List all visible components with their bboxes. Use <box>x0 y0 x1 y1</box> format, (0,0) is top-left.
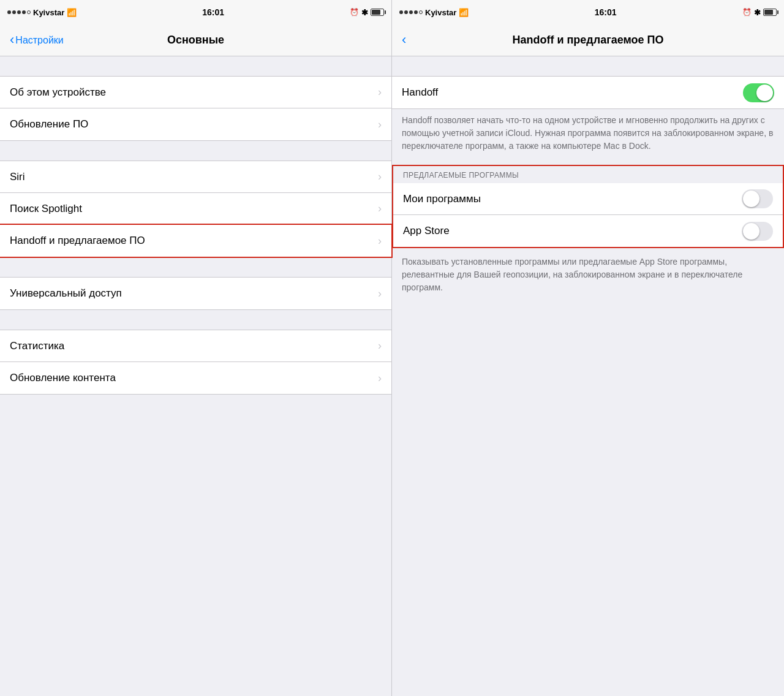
suggested-section: ПРЕДЛАГАЕМЫЕ ПРОГРАММЫ Мои программы App… <box>392 165 784 248</box>
handoff-description: Handoff позволяет начать что-то на одном… <box>392 109 784 162</box>
settings-item-spotlight[interactable]: Поиск Spotlight › <box>0 193 391 225</box>
right-wifi-icon: 📶 <box>459 8 469 17</box>
settings-item-handoff-chevron: › <box>378 235 382 248</box>
suggested-row-my-apps[interactable]: Мои программы <box>393 183 783 215</box>
right-signal-dot-1 <box>399 10 403 14</box>
suggested-section-inner: Мои программы App Store <box>393 183 783 247</box>
settings-item-statistics[interactable]: Статистика › <box>0 330 391 362</box>
settings-item-about-chevron: › <box>378 86 382 99</box>
right-carrier-name: Kyivstar <box>425 8 456 17</box>
left-nav-container: ‹ Настройки Основные <box>10 34 382 47</box>
suggested-row-app-store[interactable]: App Store <box>393 215 783 247</box>
right-signal-dot-5 <box>419 10 423 14</box>
right-signal-dot-4 <box>414 10 418 14</box>
signal-dot-4 <box>22 10 26 14</box>
right-bluetooth-icon: ✱ <box>754 8 761 17</box>
right-battery-icon <box>763 9 777 16</box>
right-nav-bar: ‹ Handoff и предлагаемое ПО <box>392 25 784 56</box>
left-settings-section-4: Статистика › Обновление контента › <box>0 330 391 395</box>
left-back-label: Настройки <box>15 35 63 46</box>
my-apps-toggle-thumb <box>743 191 760 207</box>
right-content: Handoff Handoff позволяет начать что-то … <box>392 56 784 696</box>
settings-item-software-update[interactable]: Обновление ПО › <box>0 108 391 140</box>
left-status-carrier: Kyivstar 📶 <box>7 8 77 17</box>
left-settings-section: Об этом устройстве › Обновление ПО › <box>0 76 391 141</box>
right-nav-title: Handoff и предлагаемое ПО <box>512 34 663 47</box>
settings-item-siri[interactable]: Siri › <box>0 161 391 193</box>
left-nav-bar: ‹ Настройки Основные <box>0 25 391 56</box>
right-nav-container: ‹ Handoff и предлагаемое ПО <box>402 34 774 47</box>
right-back-button[interactable]: ‹ <box>402 34 406 47</box>
settings-item-software-update-chevron: › <box>378 118 382 131</box>
handoff-toggle[interactable] <box>743 83 774 102</box>
signal-dots <box>7 10 31 14</box>
handoff-section: Handoff <box>392 76 784 109</box>
bluetooth-icon: ✱ <box>361 8 368 17</box>
settings-item-siri-chevron: › <box>378 170 382 183</box>
wifi-icon: 📶 <box>67 8 77 17</box>
my-apps-toggle[interactable] <box>742 189 773 208</box>
suggested-app-store-label: App Store <box>403 225 742 237</box>
settings-item-about[interactable]: Об этом устройстве › <box>0 77 391 108</box>
settings-item-content-update[interactable]: Обновление контента › <box>0 362 391 394</box>
right-right-status: ⏰ ✱ <box>742 8 777 17</box>
settings-item-statistics-label: Статистика <box>10 340 378 352</box>
left-spacer-3 <box>0 310 391 320</box>
right-panel: Kyivstar 📶 16:01 ⏰ ✱ ‹ Handoff и предлаг… <box>392 0 784 696</box>
right-alarm-icon: ⏰ <box>742 8 752 17</box>
settings-item-software-update-label: Обновление ПО <box>10 118 378 130</box>
settings-item-spotlight-label: Поиск Spotlight <box>10 203 378 215</box>
right-spacer-top <box>392 56 784 66</box>
handoff-toggle-thumb <box>756 85 773 101</box>
signal-dot-2 <box>12 10 16 14</box>
settings-item-spotlight-chevron: › <box>378 202 382 215</box>
left-status-bar: Kyivstar 📶 16:01 ⏰ ✱ <box>0 0 391 25</box>
handoff-row: Handoff <box>392 77 784 108</box>
left-settings-section-3: Универсальный доступ › <box>0 277 391 310</box>
left-right-status: ⏰ ✱ <box>350 8 384 17</box>
suggested-section-header: ПРЕДЛАГАЕМЫЕ ПРОГРАММЫ <box>393 166 783 183</box>
settings-item-siri-label: Siri <box>10 171 378 183</box>
left-time: 16:01 <box>202 7 224 17</box>
left-panel: Kyivstar 📶 16:01 ⏰ ✱ ‹ Настройки Основны… <box>0 0 392 696</box>
carrier-name: Kyivstar <box>33 8 64 17</box>
settings-item-content-update-chevron: › <box>378 372 382 385</box>
battery-icon <box>371 9 384 16</box>
settings-item-accessibility-label: Универсальный доступ <box>10 287 378 300</box>
signal-dot-5 <box>27 10 31 14</box>
handoff-label: Handoff <box>402 86 743 99</box>
alarm-icon: ⏰ <box>350 8 359 17</box>
left-back-chevron: ‹ <box>10 33 14 47</box>
left-back-button[interactable]: ‹ Настройки <box>10 34 64 47</box>
bottom-description: Показывать установленные программы или п… <box>392 251 784 304</box>
signal-dot-1 <box>7 10 11 14</box>
settings-item-content-update-label: Обновление контента <box>10 372 378 384</box>
left-spacer-top <box>0 56 391 66</box>
app-store-toggle-thumb <box>743 223 760 240</box>
right-signal-dot-3 <box>409 10 413 14</box>
right-signal-dots <box>399 10 423 14</box>
right-status-bar: Kyivstar 📶 16:01 ⏰ ✱ <box>392 0 784 25</box>
right-time: 16:01 <box>595 7 617 17</box>
settings-item-about-label: Об этом устройстве <box>10 86 378 99</box>
left-spacer-1 <box>0 141 391 151</box>
app-store-toggle[interactable] <box>742 222 773 241</box>
right-status-carrier: Kyivstar 📶 <box>399 8 469 17</box>
right-back-chevron: ‹ <box>402 33 406 47</box>
settings-item-accessibility-chevron: › <box>378 287 382 300</box>
signal-dot-3 <box>17 10 21 14</box>
left-nav-title: Основные <box>167 34 224 47</box>
left-spacer-2 <box>0 257 391 267</box>
battery-fill <box>372 10 380 15</box>
settings-item-accessibility[interactable]: Универсальный доступ › <box>0 278 391 309</box>
right-signal-dot-2 <box>404 10 408 14</box>
settings-item-statistics-chevron: › <box>378 339 382 352</box>
left-settings-section-2: Siri › Поиск Spotlight › Handoff и предл… <box>0 161 391 257</box>
settings-item-handoff[interactable]: Handoff и предлагаемое ПО › <box>0 225 391 257</box>
settings-item-handoff-label: Handoff и предлагаемое ПО <box>10 235 378 247</box>
suggested-my-apps-label: Мои программы <box>403 193 742 205</box>
right-battery-fill <box>764 10 773 15</box>
